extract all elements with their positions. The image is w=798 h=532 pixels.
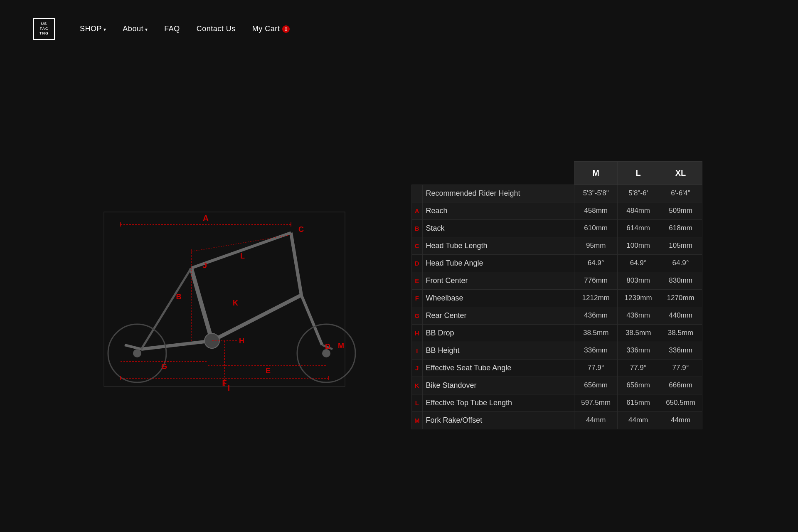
svg-text:D: D: [325, 342, 330, 351]
col-l: L: [618, 161, 659, 185]
row-val-l: 656mm: [618, 377, 659, 394]
row-letter: B: [412, 219, 423, 237]
row-val-l: 38.5mm: [618, 324, 659, 342]
row-label: Effective Top Tube Length: [422, 394, 574, 411]
bike-svg: A B C D E F G H I: [96, 187, 378, 403]
row-val-m: 656mm: [574, 377, 618, 394]
row-letter: I: [412, 342, 423, 359]
row-val-xl: 6'-6'4": [659, 185, 702, 202]
nav-item-contact[interactable]: Contact Us: [197, 25, 236, 33]
row-val-xl: 618mm: [659, 219, 702, 237]
svg-text:B: B: [176, 293, 182, 301]
svg-text:G: G: [161, 362, 167, 371]
row-letter: H: [412, 324, 423, 342]
row-val-xl: 77.9°: [659, 359, 702, 377]
nav-item-shop[interactable]: SHOP: [80, 25, 106, 33]
row-val-xl: 509mm: [659, 202, 702, 219]
row-val-xl: 38.5mm: [659, 324, 702, 342]
row-letter: F: [412, 289, 423, 307]
row-val-m: 77.9°: [574, 359, 618, 377]
row-val-l: 1239mm: [618, 289, 659, 307]
svg-point-11: [133, 349, 141, 357]
svg-line-8: [301, 295, 322, 345]
row-label: Fork Rake/Offset: [422, 411, 574, 429]
svg-text:C: C: [298, 225, 304, 234]
svg-rect-0: [104, 212, 345, 387]
nav-link-shop[interactable]: SHOP: [80, 25, 106, 33]
svg-line-5: [141, 341, 212, 349]
svg-line-6: [125, 345, 141, 349]
svg-text:L: L: [240, 252, 245, 260]
row-val-l: 614mm: [618, 219, 659, 237]
geometry-table: M L XL Recommended Rider Height 5'3"-5'8…: [411, 161, 702, 429]
row-val-l: 615mm: [618, 394, 659, 411]
svg-text:I: I: [228, 384, 230, 392]
navbar: US FAC TNG SHOP About FAQ Contact Us My …: [0, 0, 798, 58]
row-val-l: 100mm: [618, 237, 659, 254]
row-val-m: 776mm: [574, 272, 618, 289]
row-letter: E: [412, 272, 423, 289]
row-val-l: 77.9°: [618, 359, 659, 377]
row-val-m: 1212mm: [574, 289, 618, 307]
svg-text:E: E: [266, 367, 271, 375]
svg-line-4: [212, 295, 301, 341]
row-letter: L: [412, 394, 423, 411]
col-m: M: [574, 161, 618, 185]
row-val-m: 95mm: [574, 237, 618, 254]
svg-line-3: [191, 268, 212, 341]
row-label: Bike Standover: [422, 377, 574, 394]
row-val-m: 458mm: [574, 202, 618, 219]
row-val-m: 336mm: [574, 342, 618, 359]
bike-diagram: A B C D E F G H I: [96, 187, 378, 403]
row-val-l: 44mm: [618, 411, 659, 429]
row-val-m: 38.5mm: [574, 324, 618, 342]
cart-label: My Cart: [252, 25, 280, 33]
nav-item-about[interactable]: About: [123, 25, 148, 33]
row-label: Rear Center: [422, 307, 574, 324]
nav-link-contact[interactable]: Contact Us: [197, 25, 236, 33]
row-val-l: 5'8"-6': [618, 185, 659, 202]
row-val-m: 436mm: [574, 307, 618, 324]
row-val-m: 5'3"-5'8": [574, 185, 618, 202]
row-letter: K: [412, 377, 423, 394]
nav-link-faq[interactable]: FAQ: [164, 25, 180, 33]
cart-badge: 0: [282, 25, 290, 33]
svg-text:M: M: [338, 342, 344, 350]
svg-text:J: J: [203, 261, 207, 270]
row-val-xl: 666mm: [659, 377, 702, 394]
svg-text:K: K: [233, 299, 238, 307]
row-label: Stack: [422, 219, 574, 237]
nav-item-faq[interactable]: FAQ: [164, 25, 180, 33]
row-letter: D: [412, 254, 423, 272]
row-val-xl: 650.5mm: [659, 394, 702, 411]
col-xl: XL: [659, 161, 702, 185]
row-val-l: 484mm: [618, 202, 659, 219]
row-val-l: 803mm: [618, 272, 659, 289]
row-label: Recommended Rider Height: [422, 185, 574, 202]
row-val-m: 597.5mm: [574, 394, 618, 411]
svg-line-1: [291, 233, 301, 295]
row-label: Reach: [422, 202, 574, 219]
svg-text:A: A: [203, 214, 209, 223]
row-label: BB Height: [422, 342, 574, 359]
nav-item-cart[interactable]: My Cart 0: [252, 25, 290, 33]
row-val-l: 336mm: [618, 342, 659, 359]
logo-line3: TNG: [39, 31, 49, 36]
row-label: Wheelbase: [422, 289, 574, 307]
row-val-xl: 440mm: [659, 307, 702, 324]
nav-link-cart[interactable]: My Cart 0: [252, 25, 290, 33]
nav-link-about[interactable]: About: [123, 25, 148, 33]
logo[interactable]: US FAC TNG: [33, 18, 55, 40]
geometry-section: M L XL Recommended Rider Height 5'3"-5'8…: [411, 161, 702, 429]
logo-line1: US: [41, 22, 47, 27]
row-letter: A: [412, 202, 423, 219]
row-val-m: 44mm: [574, 411, 618, 429]
row-label: BB Drop: [422, 324, 574, 342]
svg-text:H: H: [239, 337, 244, 345]
row-letter: G: [412, 307, 423, 324]
row-label: Head Tube Angle: [422, 254, 574, 272]
row-val-l: 436mm: [618, 307, 659, 324]
row-val-xl: 44mm: [659, 411, 702, 429]
nav-links: SHOP About FAQ Contact Us My Cart 0: [80, 25, 290, 33]
svg-line-7: [141, 268, 191, 349]
